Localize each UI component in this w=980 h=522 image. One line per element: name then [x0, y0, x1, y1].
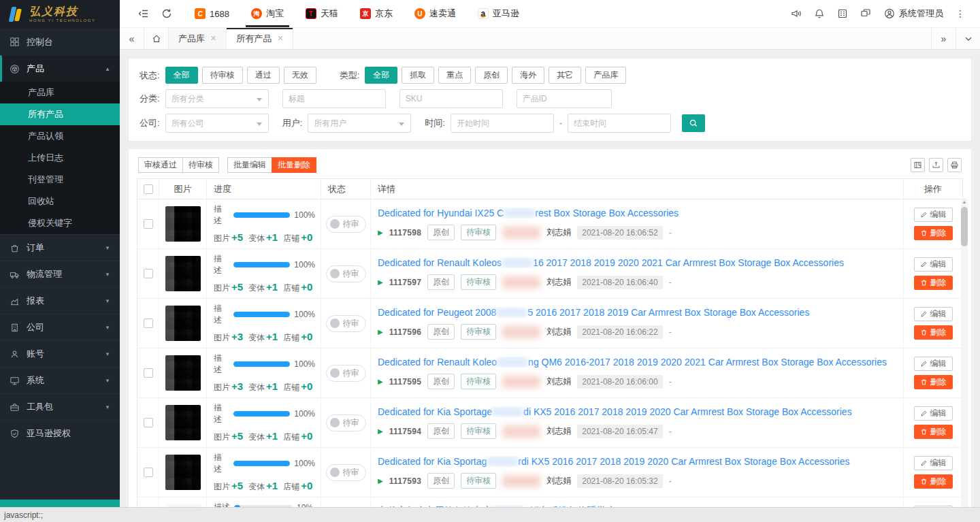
more-options-icon[interactable]: ⋮ — [950, 8, 970, 19]
sidebar-item-toolbox[interactable]: 工具包▼ — [0, 393, 120, 420]
row-checkbox[interactable] — [144, 468, 153, 477]
expand-row-icon[interactable]: ▶ — [378, 278, 383, 286]
sidebar-item-product[interactable]: 产品▲ — [0, 55, 120, 82]
type-filter-option[interactable]: 其它 — [549, 67, 581, 84]
close-icon[interactable]: ✕ — [210, 34, 216, 43]
title-input[interactable] — [282, 89, 386, 108]
product-id-input[interactable] — [517, 89, 612, 108]
delete-button[interactable]: 删除 — [914, 474, 953, 489]
sidebar-item-order[interactable]: 订单▼ — [0, 234, 120, 261]
user-select[interactable]: 所有用户 — [308, 114, 411, 133]
edit-button[interactable]: 编辑 — [914, 456, 953, 470]
edit-button[interactable]: 编辑 — [914, 406, 953, 421]
menu-toggle-icon[interactable] — [132, 0, 155, 27]
batch-edit-button[interactable]: 批量编辑 — [227, 157, 272, 173]
marketplace-tab-aliexpress[interactable]: U速卖通 — [404, 0, 467, 27]
marketplace-tab-taobao[interactable]: 淘淘宝 — [240, 0, 295, 27]
product-image[interactable] — [165, 206, 201, 242]
sidebar-item-system[interactable]: 系统▼ — [0, 367, 120, 393]
status-filter-option[interactable]: 待审核 — [202, 67, 243, 84]
tab-menu-chevron-icon[interactable] — [956, 28, 980, 49]
status-filter-option[interactable]: 通过 — [247, 67, 280, 84]
marketplace-tab-jd[interactable]: 京京东 — [349, 0, 404, 27]
type-filter-option[interactable]: 海外 — [512, 67, 544, 84]
sidebar-subitem[interactable]: 回收站 — [0, 191, 120, 212]
product-title-link[interactable]: Dedicated for Renault Koleos16 2017 2018… — [378, 257, 896, 268]
product-image[interactable] — [165, 256, 201, 291]
product-title-link[interactable]: Dedicated for Renault Koleong QM6 2016-2… — [378, 357, 896, 368]
edit-button[interactable]: 编辑 — [914, 257, 953, 272]
delete-button[interactable]: 删除 — [914, 425, 953, 439]
sidebar-item-account[interactable]: 账号▼ — [0, 340, 120, 367]
user-menu[interactable]: 系统管理员 — [877, 7, 950, 20]
sidebar-item-amazon-auth[interactable]: 亚马逊授权 — [0, 420, 120, 446]
announcement-icon[interactable] — [785, 0, 808, 27]
marketplace-tab-1688[interactable]: C1688 — [184, 0, 240, 27]
edit-button[interactable]: 编辑 — [914, 357, 953, 371]
marketplace-tab-tmall[interactable]: T天猫 — [295, 0, 349, 27]
sidebar-item-logistics[interactable]: 物流管理▼ — [0, 261, 120, 287]
sidebar-subitem[interactable]: 侵权关键字 — [0, 212, 120, 234]
apps-grid-icon[interactable] — [831, 0, 854, 27]
type-filter-option[interactable]: 全部 — [365, 67, 397, 84]
product-title-link[interactable]: Dedicated for Peugeot 20085 2016 2017 20… — [378, 307, 896, 318]
table-scrollbar[interactable]: ▲ — [961, 198, 968, 507]
row-checkbox[interactable] — [144, 319, 153, 328]
delete-button[interactable]: 删除 — [914, 276, 953, 290]
type-filter-option[interactable]: 抓取 — [402, 67, 434, 84]
set-pending-button[interactable]: 待审核 — [182, 157, 219, 173]
sidebar-item-company[interactable]: 公司▼ — [0, 314, 120, 340]
expand-tabs-icon[interactable]: » — [931, 28, 956, 49]
collapse-tabs-icon[interactable]: « — [120, 28, 144, 49]
refresh-icon[interactable] — [155, 0, 178, 27]
sku-input[interactable] — [399, 89, 503, 108]
product-title-link[interactable]: Dedicated for Kia Sportagedi KX5 2016 20… — [378, 406, 896, 417]
row-checkbox[interactable] — [144, 219, 153, 229]
batch-delete-button[interactable]: 批量删除 — [272, 157, 316, 173]
sidebar-subitem[interactable]: 产品认领 — [0, 125, 120, 147]
sidebar-item-dashboard[interactable]: 控制台 — [0, 29, 120, 55]
notification-bell-icon[interactable] — [808, 0, 831, 27]
row-checkbox[interactable] — [144, 418, 153, 427]
expand-row-icon[interactable]: ▶ — [378, 328, 383, 336]
close-icon[interactable]: ✕ — [277, 34, 283, 43]
status-filter-option[interactable]: 无效 — [284, 67, 316, 84]
print-icon[interactable] — [947, 158, 962, 172]
product-title-link[interactable]: Dedicated for Hyundai IX25 Crest Box Sto… — [378, 208, 896, 218]
edit-button[interactable]: 编辑 — [914, 307, 953, 321]
company-select[interactable]: 所有公司 — [165, 114, 269, 133]
scrollbar-thumb[interactable] — [961, 207, 968, 246]
sidebar-subitem[interactable]: 所有产品 — [0, 103, 120, 125]
category-select[interactable]: 所有分类 — [165, 89, 269, 108]
product-image[interactable] — [165, 405, 201, 440]
expand-row-icon[interactable]: ▶ — [378, 477, 383, 485]
edit-button[interactable]: 编辑 — [914, 208, 953, 222]
type-filter-option[interactable]: 原创 — [475, 67, 508, 84]
select-all-checkbox[interactable] — [144, 184, 153, 194]
start-time-input[interactable] — [451, 114, 554, 133]
type-filter-option[interactable]: 重点 — [438, 67, 471, 84]
delete-button[interactable]: 删除 — [914, 226, 953, 240]
page-tab[interactable]: 所有产品✕ — [227, 28, 293, 49]
sidebar-subitem[interactable]: 刊登管理 — [0, 169, 120, 191]
search-button[interactable] — [682, 114, 705, 132]
sidebar-item-report[interactable]: 报表▼ — [0, 287, 120, 314]
product-image[interactable] — [165, 455, 201, 490]
product-title-link[interactable]: Dedicated for Kia Sportagrdi KX5 2016 20… — [378, 456, 896, 467]
page-tab[interactable]: 产品库✕ — [169, 28, 227, 49]
product-image[interactable] — [165, 355, 201, 391]
scroll-up-icon[interactable]: ▲ — [961, 199, 968, 204]
type-filter-option[interactable]: 产品库 — [585, 67, 626, 84]
columns-settings-icon[interactable] — [911, 158, 925, 172]
delete-button[interactable]: 删除 — [914, 325, 953, 340]
delete-button[interactable]: 删除 — [914, 375, 953, 389]
status-filter-option[interactable]: 全部 — [165, 67, 198, 84]
row-checkbox[interactable] — [144, 269, 153, 278]
product-image[interactable] — [165, 306, 201, 341]
marketplace-tab-amazon[interactable]: a亚马逊 — [467, 0, 530, 27]
approve-button[interactable]: 审核通过 — [138, 157, 183, 173]
home-tab-icon[interactable] — [144, 28, 169, 49]
expand-row-icon[interactable]: ▶ — [378, 229, 383, 236]
sidebar-subitem[interactable]: 上传日志 — [0, 147, 120, 169]
export-icon[interactable] — [929, 158, 943, 172]
